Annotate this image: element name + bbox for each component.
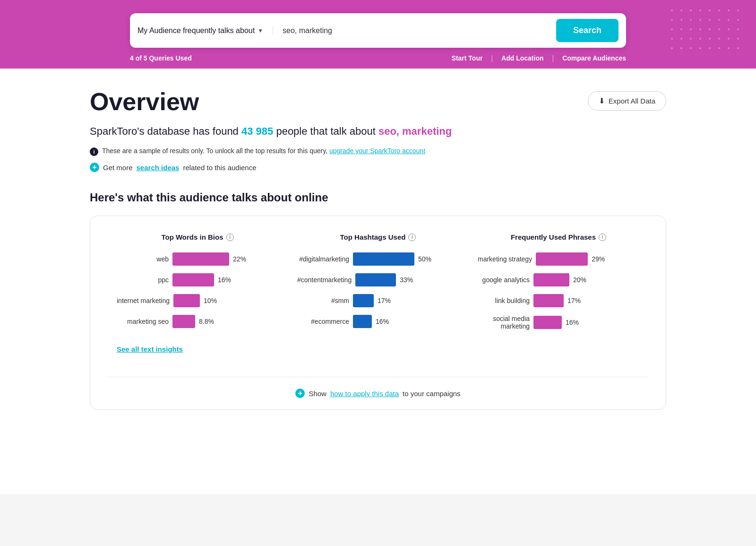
bar-link-building (533, 294, 564, 307)
footer-plus-icon: + (295, 389, 305, 398)
bar-ppc (172, 273, 214, 286)
frequent-phrases-col: Frequently Used Phrases i marketing stra… (468, 233, 649, 363)
found-count-text: SparkToro's database has found 43 985 pe… (90, 125, 666, 138)
header: for(let i=0;i<40;i++) document.write('<d… (0, 0, 756, 69)
bar-row: #contentmarketing 33% (297, 273, 459, 286)
overview-header: Overview ⬇ Export All Data (90, 87, 666, 116)
info-icon: i (90, 147, 98, 156)
bar-social-media-marketing (533, 316, 562, 329)
bar-row: marketing seo 8.8% (117, 315, 278, 328)
header-bottom: 4 of 5 Queries Used Start Tour | Add Loc… (130, 48, 626, 69)
search-ideas-link[interactable]: search ideas (137, 164, 180, 172)
sample-notice: i These are a sample of results only. To… (90, 147, 666, 156)
apply-data-link[interactable]: how to apply this data (330, 390, 399, 398)
top-words-bars: web 22% ppc 16% (117, 252, 278, 328)
bar-marketing-seo (172, 315, 195, 328)
bar-row: #digitalmarketing 50% (297, 252, 459, 266)
bar-web (172, 252, 229, 266)
bar-row: web 22% (117, 252, 278, 266)
frequent-phrases-bars: marketing strategy 29% google analytics … (478, 252, 639, 330)
query-highlight: seo, marketing (378, 125, 452, 137)
bar-digitalmarketing (353, 252, 414, 266)
bar-internet-marketing (173, 294, 200, 307)
top-words-info-icon: i (226, 234, 234, 241)
frequent-phrases-title: Frequently Used Phrases i (478, 233, 639, 241)
bar-row: ppc 16% (117, 273, 278, 286)
top-words-title: Top Words in Bios i (117, 233, 278, 241)
audience-section-title: Here's what this audience talks about on… (90, 191, 666, 204)
bar-marketing-strategy (536, 252, 588, 266)
top-hashtags-title: Top Hashtags Used i (297, 233, 459, 241)
main-content: Overview ⬇ Export All Data SparkToro's d… (71, 69, 685, 494)
search-button[interactable]: Search (556, 19, 619, 42)
search-ideas-row: + Get more search ideas related to this … (90, 163, 666, 172)
top-hashtags-info-icon: i (408, 234, 416, 241)
bar-row: #smm 17% (297, 294, 459, 307)
queries-used: 4 of 5 Queries Used (130, 54, 192, 62)
upgrade-link[interactable]: upgrade your SparkToro account (329, 147, 425, 155)
top-words-col: Top Words in Bios i web 22% ppc (107, 233, 288, 363)
result-count: 43 985 (241, 125, 273, 137)
bar-row: link building 17% (478, 294, 639, 307)
search-bar: My Audience frequently talks about ▼ Sea… (130, 13, 626, 48)
bar-contentmarketing (355, 273, 396, 286)
bar-row: #ecommerce 16% (297, 315, 459, 328)
plus-icon: + (90, 163, 99, 172)
audience-selector-label: My Audience frequently talks about (137, 26, 255, 35)
bar-row: social mediamarketing 16% (478, 315, 639, 330)
top-hashtags-bars: #digitalmarketing 50% #contentmarketing … (297, 252, 459, 328)
bar-ecommerce (353, 315, 372, 328)
sep-2: | (552, 54, 554, 62)
chart-card: Top Words in Bios i web 22% ppc (90, 216, 666, 410)
dots-decoration: for(let i=0;i<40;i++) document.write('<d… (671, 9, 747, 57)
bar-row: google analytics 20% (478, 273, 639, 286)
sep-1: | (491, 54, 493, 62)
audience-selector[interactable]: My Audience frequently talks about ▼ (137, 26, 273, 35)
export-label: Export All Data (609, 97, 655, 105)
bar-row: marketing strategy 29% (478, 252, 639, 266)
nav-add-location[interactable]: Add Location (501, 54, 543, 62)
top-hashtags-col: Top Hashtags Used i #digitalmarketing 50… (288, 233, 468, 363)
download-icon: ⬇ (599, 96, 605, 105)
bar-google-analytics (533, 273, 569, 286)
chevron-down-icon: ▼ (258, 27, 263, 34)
bar-smm (353, 294, 374, 307)
header-nav: Start Tour | Add Location | Compare Audi… (452, 54, 626, 62)
search-input[interactable] (273, 25, 556, 37)
chart-footer: + Show how to apply this data to your ca… (107, 377, 649, 409)
export-button[interactable]: ⬇ Export All Data (588, 91, 666, 111)
bar-row: internet marketing 10% (117, 294, 278, 307)
chart-grid: Top Words in Bios i web 22% ppc (107, 233, 649, 377)
frequent-phrases-info-icon: i (599, 234, 606, 241)
page-title: Overview (90, 87, 199, 116)
nav-start-tour[interactable]: Start Tour (452, 54, 483, 62)
nav-compare-audiences[interactable]: Compare Audiences (562, 54, 626, 62)
see-insights-link[interactable]: See all text insights (117, 345, 183, 353)
